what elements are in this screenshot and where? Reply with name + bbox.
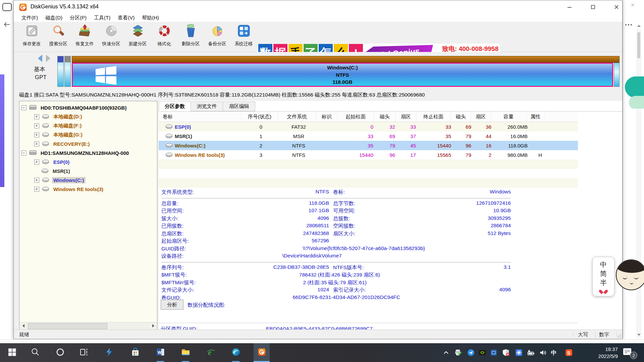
- tree-item-esp-0-[interactable]: ESP(0): [19, 158, 172, 167]
- expand-icon[interactable]: [34, 114, 39, 119]
- esp-partition-block[interactable]: [57, 56, 64, 87]
- tab-2[interactable]: 扇区编辑: [223, 102, 255, 111]
- tree-item--d-[interactable]: 本地磁盘(D:): [19, 112, 172, 121]
- ime-widget-item-2[interactable]: 半: [600, 279, 607, 286]
- collapse-icon[interactable]: [21, 150, 26, 156]
- ime-widget-item-1[interactable]: 简: [600, 270, 607, 277]
- ime-widget-item-0[interactable]: 中: [600, 261, 607, 268]
- tray-ime-indicator[interactable]: 中: [549, 348, 558, 357]
- scroll-up-icon[interactable]: [637, 25, 641, 27]
- taskbar-button-file-explorer[interactable]: [177, 343, 194, 362]
- heart-icon[interactable]: [601, 288, 606, 293]
- toolbar-button-new-partition[interactable]: 新建分区: [124, 23, 151, 51]
- background-close-icon[interactable]: ✕: [631, 2, 635, 8]
- column-header-6[interactable]: 扇区: [396, 112, 416, 122]
- tree-scrollbar-thumb[interactable]: [28, 323, 107, 329]
- taskbar-button-flash[interactable]: [101, 343, 117, 362]
- toolbar-button-system-migrate[interactable]: 系统迁移: [230, 23, 257, 51]
- tree-item--g-[interactable]: 本地磁盘(G:): [19, 130, 172, 139]
- column-header-3[interactable]: 标识: [316, 112, 337, 122]
- expand-icon[interactable]: [34, 160, 39, 165]
- tray-nvidia-icon[interactable]: [478, 348, 487, 357]
- taskbar-button-edge[interactable]: [228, 343, 244, 362]
- column-header-1[interactable]: 序号(状态): [241, 112, 278, 122]
- tray-printer-icon[interactable]: [453, 348, 463, 357]
- back-arrow-icon[interactable]: [3, 21, 10, 29]
- column-header-11[interactable]: 属性: [527, 112, 545, 122]
- ime-mascot-avatar[interactable]: [616, 257, 644, 296]
- ime-status-widget[interactable]: 中简半: [592, 257, 614, 296]
- taskbar-button-word[interactable]: W: [152, 343, 168, 362]
- menu-item-2[interactable]: 分区(P): [66, 14, 90, 22]
- tree-item-hd0-toshibamq04abf100-932gb-[interactable]: HD0:TOSHIBAMQ04ABF100(932GB): [19, 103, 159, 112]
- column-header-2[interactable]: 文件系统: [278, 112, 316, 122]
- column-header-10[interactable]: 容量: [491, 112, 527, 122]
- taskbar-button-cortana[interactable]: [52, 343, 68, 362]
- scroll-left-icon[interactable]: [20, 322, 27, 329]
- menu-item-0[interactable]: 文件(F): [18, 14, 42, 22]
- tree-item-hd1-samsungmznln128hahq-000[interactable]: HD1:SAMSUNGMZNLN128HAHQ-000: [19, 148, 159, 158]
- column-header-0[interactable]: 卷标: [159, 112, 241, 122]
- overflow-menu-icon[interactable]: [625, 21, 634, 23]
- tray-snowflake-icon[interactable]: [514, 348, 524, 357]
- tree-item-msr-1-[interactable]: MSR(1): [19, 167, 172, 176]
- taskbar-button-store[interactable]: [127, 343, 143, 362]
- scroll-right-icon[interactable]: [150, 322, 157, 329]
- tab-1[interactable]: 浏览文件: [191, 102, 223, 111]
- toolbar-button-format[interactable]: 格式化: [151, 23, 177, 51]
- expand-icon[interactable]: [34, 178, 39, 183]
- column-header-4[interactable]: 起始柱面: [338, 112, 374, 122]
- menu-item-5[interactable]: 帮助(H): [138, 14, 163, 22]
- background-scrollbar-thumb[interactable]: [637, 32, 640, 58]
- expand-icon[interactable]: [34, 141, 39, 146]
- toolbar-button-save-changes[interactable]: 保存更改: [18, 23, 45, 51]
- tree-item--f-[interactable]: 本地磁盘(F:): [19, 121, 172, 130]
- scroll-down-icon[interactable]: [637, 334, 641, 336]
- tree-item-windows-c-[interactable]: Windows(C:): [19, 176, 172, 185]
- prev-disk-icon[interactable]: [38, 55, 42, 62]
- column-header-8[interactable]: 磁头: [451, 112, 471, 122]
- tray-sogou-icon[interactable]: S: [564, 348, 574, 357]
- winre-partition-block[interactable]: [614, 63, 620, 87]
- toolbar-button-delete-partition[interactable]: 删除分区: [177, 23, 204, 51]
- table-row-msr-1-[interactable]: MSR(1)1MSR33693735794416.0MB: [159, 131, 578, 141]
- tray-battery-icon[interactable]: [526, 348, 536, 357]
- expand-icon[interactable]: [34, 132, 39, 137]
- column-header-5[interactable]: 磁头: [374, 112, 395, 122]
- taskbar-button-search[interactable]: [27, 343, 43, 362]
- tray-share-app-icon[interactable]: [466, 348, 476, 357]
- tray-intel-graphics-icon[interactable]: [489, 348, 498, 357]
- msr-partition-block[interactable]: [64, 56, 71, 87]
- tab-0[interactable]: 分区参数: [159, 102, 191, 111]
- table-row-windows-c-[interactable]: Windows(C:)2NTFS357945154409616118.0GB: [159, 141, 578, 150]
- menu-item-1[interactable]: 磁盘(D): [42, 14, 66, 22]
- taskbar-button-diskgenius[interactable]: [254, 343, 270, 362]
- table-row-esp-0-[interactable]: ESP(0)0FAT3203233336936260.0MB: [159, 122, 578, 131]
- toolbar-button-search-partition[interactable]: 搜索分区: [45, 23, 71, 51]
- maximize-button[interactable]: [585, 0, 601, 14]
- toolbar-button-backup-partition[interactable]: 备份分区: [204, 23, 230, 51]
- minimize-button[interactable]: [561, 0, 578, 14]
- windows-c-partition-block[interactable]: Windows(C:) NTFS 118.0GB: [72, 63, 613, 87]
- menu-item-3[interactable]: 工具(T): [90, 14, 114, 22]
- next-disk-icon[interactable]: [46, 55, 50, 62]
- taskbar-button-internet-explorer[interactable]: e: [203, 343, 219, 362]
- taskbar-button-task-view[interactable]: [76, 343, 92, 362]
- close-button[interactable]: [608, 0, 625, 14]
- toolbar-button-quick-partition[interactable]: 快速分区: [98, 23, 124, 51]
- taskbar-clock[interactable]: 18:37 2022/5/9: [583, 346, 618, 360]
- tree-horizontal-scrollbar[interactable]: [20, 322, 157, 329]
- column-header-7[interactable]: 终止柱面: [416, 112, 451, 122]
- menu-item-4[interactable]: 查看(V): [114, 14, 138, 22]
- collapse-icon[interactable]: [21, 105, 26, 110]
- toolbar-button-recover-files[interactable]: 恢复文件: [71, 23, 98, 51]
- resize-grip[interactable]: [617, 334, 621, 338]
- tray-chevron-up-icon[interactable]: [441, 348, 451, 357]
- table-row-windows-re-tools-3-[interactable]: Windows RE tools(3)3NTFS1544096171556579…: [159, 150, 578, 160]
- tray-defender-icon[interactable]: [501, 348, 511, 357]
- tree-item-recovery-e-[interactable]: RECOVERY(E:): [19, 139, 172, 148]
- notification-center-icon[interactable]: 2: [623, 348, 637, 358]
- analyze-button[interactable]: 分析: [161, 300, 183, 310]
- expand-icon[interactable]: [34, 123, 39, 128]
- tray-volume-icon[interactable]: [538, 348, 548, 357]
